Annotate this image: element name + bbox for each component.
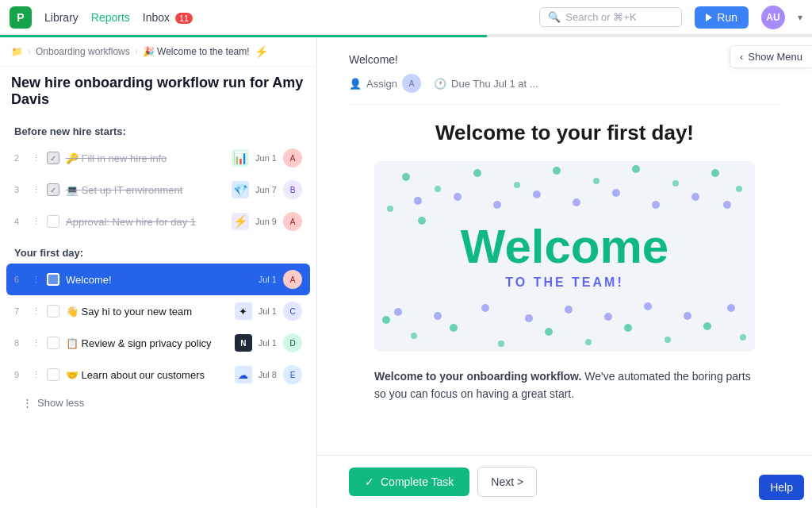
- svg-point-8: [711, 169, 719, 177]
- search-bar[interactable]: 🔍 Search or ⌘+K: [539, 7, 682, 27]
- task-avatar-6: A: [283, 270, 302, 289]
- checkbox-2[interactable]: [47, 152, 59, 164]
- show-less-dots: ⋮: [22, 397, 33, 409]
- help-button[interactable]: Help: [759, 475, 804, 500]
- checkbox-6[interactable]: [47, 273, 59, 286]
- main-layout: 📁 › Onboarding workflows › 🎉 Welcome to …: [0, 37, 812, 508]
- welcome-big-text: Welcome: [461, 223, 668, 271]
- svg-point-39: [727, 304, 735, 312]
- svg-point-13: [411, 333, 417, 339]
- left-panel: 📁 › Onboarding workflows › 🎉 Welcome to …: [0, 37, 317, 508]
- svg-point-21: [740, 334, 746, 341]
- task-icon-3: 💎: [232, 181, 249, 198]
- run-label: Run: [717, 11, 737, 24]
- breadcrumb-workflow[interactable]: Onboarding workflows: [36, 46, 130, 57]
- due-date-text: Due Thu Jul 1 at ...: [451, 78, 538, 90]
- nav-library[interactable]: Library: [44, 11, 79, 24]
- show-menu-button[interactable]: ‹ Show Menu: [730, 45, 812, 68]
- svg-point-37: [644, 302, 652, 310]
- svg-point-6: [632, 165, 640, 173]
- svg-point-15: [498, 341, 504, 347]
- svg-point-20: [703, 322, 711, 330]
- svg-point-9: [736, 186, 742, 192]
- svg-point-18: [624, 324, 632, 332]
- checkbox-7[interactable]: [47, 305, 59, 318]
- user-icon: 👤: [349, 78, 362, 90]
- svg-point-22: [414, 197, 422, 205]
- svg-point-4: [553, 167, 561, 175]
- breadcrumb: 📁 › Onboarding workflows › 🎉 Welcome to …: [0, 37, 316, 67]
- nav-inbox[interactable]: Inbox 11: [143, 11, 193, 24]
- task-item[interactable]: 4 ⋮ Approval: New hire for day 1 ⚡ Jun 9…: [6, 206, 310, 237]
- task-avatar-7: C: [283, 302, 302, 321]
- svg-point-17: [585, 339, 592, 345]
- svg-point-11: [418, 217, 426, 225]
- svg-point-7: [672, 180, 679, 187]
- checkbox-3[interactable]: [47, 183, 59, 196]
- task-name-8: 📋 Review & sign privacy policy: [66, 337, 228, 349]
- chevron-left-icon: ‹: [740, 51, 743, 63]
- task-item[interactable]: 8 ⋮ 📋 Review & sign privacy policy N Jul…: [6, 327, 310, 359]
- search-placeholder: Search or ⌘+K: [565, 11, 636, 23]
- svg-point-0: [402, 173, 410, 181]
- svg-point-36: [604, 313, 612, 321]
- task-item[interactable]: 3 ⋮ 💻 Set up IT environment 💎 Jun 7 B: [6, 174, 310, 206]
- nav-reports[interactable]: Reports: [91, 11, 130, 24]
- task-date-3: Jun 7: [255, 185, 277, 194]
- breadcrumb-folder-icon[interactable]: 📁: [11, 46, 23, 57]
- task-avatar-3: B: [283, 180, 302, 199]
- welcome-label: Welcome!: [349, 53, 780, 66]
- svg-point-19: [665, 337, 671, 343]
- clock-icon: 🕐: [434, 78, 446, 90]
- svg-point-28: [652, 201, 660, 209]
- welcome-description: Welcome to your onboarding workflow. We'…: [374, 368, 755, 403]
- checkbox-8[interactable]: [47, 337, 59, 349]
- task-name-4: Approval: New hire for day 1: [66, 216, 225, 228]
- task-list: Before new hire starts: 2 ⋮ 🔑 Fill in ne…: [0, 119, 316, 508]
- task-date-7: Jul 1: [259, 306, 277, 316]
- next-button[interactable]: Next >: [477, 467, 537, 497]
- checkbox-9[interactable]: [47, 368, 59, 381]
- task-item[interactable]: 7 ⋮ 👋 Say hi to your new team ✦ Jul 1 C: [6, 295, 310, 327]
- task-date-8: Jul 1: [259, 338, 277, 348]
- svg-point-24: [493, 201, 501, 209]
- checkmark-icon: ✓: [365, 475, 374, 488]
- bottom-bar: ✓ Complete Task Next >: [317, 455, 812, 508]
- task-avatar-9: E: [283, 365, 302, 384]
- task-date-4: Jun 9: [255, 217, 277, 226]
- task-icon-7: ✦: [235, 302, 252, 320]
- show-less-btn[interactable]: ⋮ Show less: [6, 391, 310, 415]
- checkbox-4[interactable]: [47, 215, 59, 228]
- svg-point-1: [435, 186, 441, 192]
- task-item[interactable]: 2 ⋮ 🔑 Fill in new hire info 📊 Jun 1 A: [6, 142, 310, 174]
- app-logo: P: [10, 6, 32, 29]
- play-icon: [706, 13, 712, 21]
- next-label: Next >: [491, 475, 523, 488]
- complete-task-button[interactable]: ✓ Complete Task: [349, 468, 469, 496]
- svg-point-31: [394, 308, 402, 316]
- main-title: Welcome to your first day!: [349, 121, 780, 145]
- svg-point-35: [565, 306, 573, 314]
- run-button[interactable]: Run: [695, 6, 749, 29]
- task-item[interactable]: 9 ⋮ 🤝 Learn about our customers ☁ Jul 8 …: [6, 359, 310, 391]
- task-icon-2: 📊: [232, 149, 249, 167]
- svg-point-33: [481, 304, 489, 312]
- task-date-9: Jul 8: [259, 370, 277, 379]
- assign-avatar: A: [402, 74, 421, 93]
- task-date-2: Jun 1: [255, 153, 277, 163]
- svg-point-2: [473, 169, 481, 177]
- svg-point-30: [723, 201, 731, 209]
- user-avatar[interactable]: AU: [761, 6, 785, 29]
- assign-label: Assign: [366, 78, 397, 90]
- task-name-6: Welcome!: [66, 274, 252, 286]
- avatar-chevron[interactable]: ▾: [798, 12, 802, 23]
- assign-button[interactable]: 👤 Assign A: [349, 74, 421, 93]
- lightning-icon: ⚡: [255, 45, 268, 58]
- svg-point-34: [525, 314, 533, 322]
- top-nav: P Library Reports Inbox 11 🔍 Search or ⌘…: [0, 0, 812, 35]
- svg-point-27: [612, 189, 620, 197]
- due-date: 🕐 Due Thu Jul 1 at ...: [434, 78, 538, 90]
- svg-point-26: [573, 198, 580, 206]
- task-item-active[interactable]: 6 ⋮ Welcome! Jul 1 A: [6, 264, 310, 295]
- content-area: Welcome! 👤 Assign A 🕐 Due Thu Jul 1 at .…: [317, 37, 812, 455]
